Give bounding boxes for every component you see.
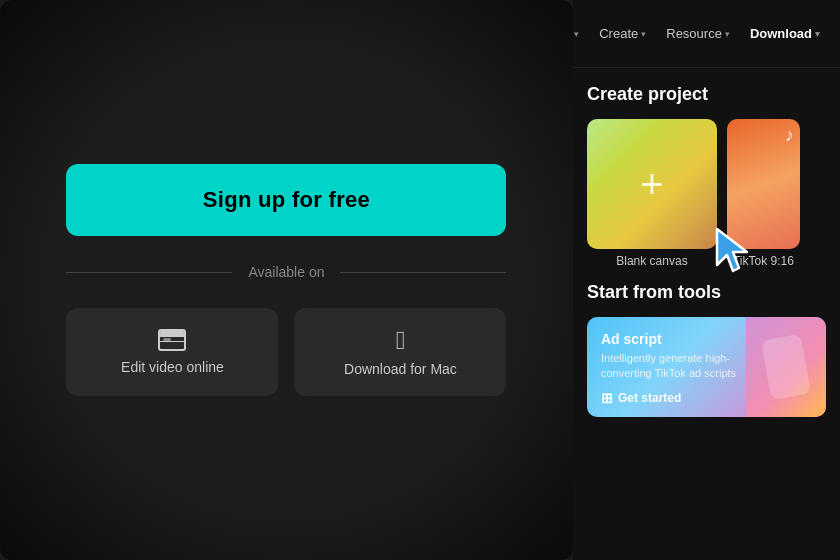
projects-row: + Blank canvas ♪ TikTok 9:16 (587, 119, 826, 268)
nav-s-chevron: ▾ (574, 29, 579, 39)
create-project-title: Create project (587, 84, 826, 105)
nav-create-chevron: ▾ (641, 29, 646, 39)
download-mac-button[interactable]:  Download for Mac (294, 308, 506, 396)
available-on-text: Available on (248, 264, 324, 280)
nav-download-chevron: ▾ (815, 29, 820, 39)
tiktok-card[interactable]: ♪ (727, 119, 800, 249)
nav-create-label: Create (599, 26, 638, 41)
apple-icon:  (396, 327, 406, 353)
right-content: Create project + Blank canvas ♪ TikTok 9… (573, 68, 840, 560)
get-started-icon: ⊞ (601, 390, 613, 406)
platform-buttons: Edit video online  Download for Mac (66, 308, 506, 396)
get-started-label: Get started (618, 391, 681, 405)
plus-icon: + (640, 164, 663, 204)
ad-image-decoration (746, 317, 826, 417)
divider-line-left (66, 272, 232, 273)
tiktok-inner: ♪ (727, 119, 800, 249)
left-panel: Sign up for free Available on Edit video… (0, 0, 573, 560)
nav-bar: s ▾ Create ▾ Resource ▾ Download ▾ (573, 0, 840, 68)
signup-button[interactable]: Sign up for free (66, 164, 506, 236)
nav-resource-chevron: ▾ (725, 29, 730, 39)
nav-download-label: Download (750, 26, 812, 41)
blank-canvas-wrapper: + Blank canvas (587, 119, 717, 268)
download-mac-label: Download for Mac (344, 361, 457, 377)
tiktok-card-wrapper: ♪ TikTok 9:16 (727, 119, 800, 268)
left-content: Sign up for free Available on Edit video… (0, 164, 573, 396)
nav-item-resource[interactable]: Resource ▾ (658, 20, 738, 47)
blank-canvas-card[interactable]: + (587, 119, 717, 249)
nav-item-download[interactable]: Download ▾ (742, 20, 828, 47)
available-on-divider: Available on (66, 264, 506, 280)
edit-online-label: Edit video online (121, 359, 224, 375)
right-panel: s ▾ Create ▾ Resource ▾ Download ▾ Creat… (573, 0, 840, 560)
nav-item-s[interactable]: s ▾ (573, 20, 587, 47)
ad-script-desc: Intelligently generate high-converting T… (601, 351, 741, 382)
blank-canvas-label: Blank canvas (587, 254, 717, 268)
tiktok-logo-icon: ♪ (785, 125, 794, 146)
browser-icon (158, 329, 186, 351)
ad-script-card[interactable]: Ad script Intelligently generate high-co… (587, 317, 826, 417)
tiktok-label: TikTok 9:16 (727, 254, 800, 268)
nav-resource-label: Resource (666, 26, 722, 41)
nav-item-create[interactable]: Create ▾ (591, 20, 654, 47)
tools-title: Start from tools (587, 282, 826, 303)
edit-online-button[interactable]: Edit video online (66, 308, 278, 396)
divider-line-right (340, 272, 506, 273)
browser-bar (160, 337, 184, 342)
